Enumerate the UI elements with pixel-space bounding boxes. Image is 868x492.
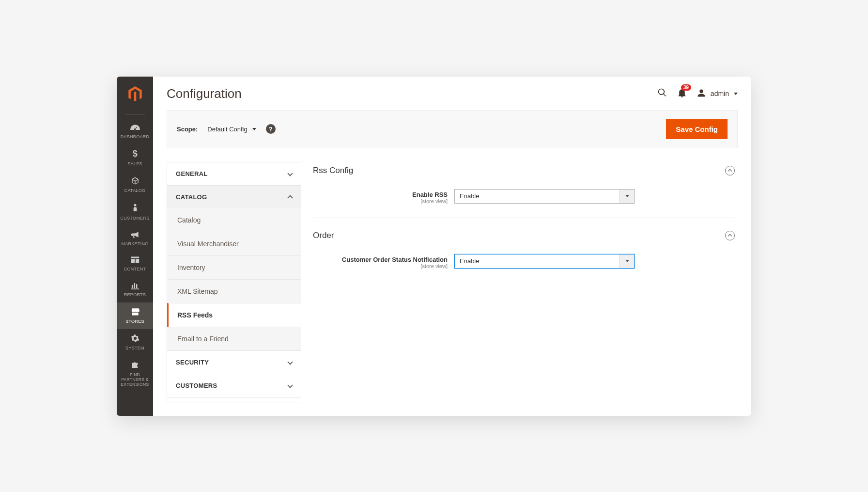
nav-section-security[interactable]: Security xyxy=(167,351,301,374)
bar-chart-icon xyxy=(131,282,140,290)
admin-sidebar: Dashboard $ Sales Catalog Customers Mark… xyxy=(117,77,153,416)
layout-icon xyxy=(131,256,140,265)
gear-icon xyxy=(131,334,140,344)
nav-subitem-visual-merchandiser[interactable]: Visual Merchandiser xyxy=(167,232,301,255)
dollar-icon: $ xyxy=(132,149,139,159)
sidebar-item-sales[interactable]: $ Sales xyxy=(117,144,153,172)
select-value: Enable xyxy=(455,254,620,268)
sidebar-item-dashboard[interactable]: Dashboard xyxy=(117,119,153,144)
magento-logo-icon[interactable] xyxy=(128,82,142,108)
notifications-count: 39 xyxy=(681,84,691,91)
sidebar-item-label: Sales xyxy=(127,161,142,167)
section-header-order[interactable]: Order xyxy=(313,227,735,250)
sidebar-item-content[interactable]: Content xyxy=(117,251,153,277)
box-icon xyxy=(131,176,140,186)
nav-section-label: Security xyxy=(176,359,209,366)
config-nav: General Catalog Catalog Visual Merchandi… xyxy=(167,162,301,402)
section-rss-config: Rss Config Enable RSS [store view] Enabl… xyxy=(313,162,735,218)
field-label: Enable RSS xyxy=(313,191,448,198)
sidebar-item-stores[interactable]: Stores xyxy=(117,302,153,329)
sidebar-item-label: Marketing xyxy=(121,241,148,247)
nav-subitem-email-friend[interactable]: Email to a Friend xyxy=(167,327,301,350)
nav-subitem-inventory[interactable]: Inventory xyxy=(167,255,301,279)
sidebar-item-label: Reports xyxy=(124,292,146,298)
order-status-notification-select[interactable]: Enable xyxy=(454,254,635,269)
sidebar-item-label: Find Partners & Extensions xyxy=(119,372,151,387)
search-icon[interactable] xyxy=(657,88,667,99)
field-scope: [store view] xyxy=(313,263,448,269)
scope-selector[interactable]: Default Config xyxy=(207,126,256,133)
gauge-icon xyxy=(130,124,140,132)
header-actions: 39 admin xyxy=(657,88,738,99)
nav-subitem-rss-feeds[interactable]: RSS Feeds xyxy=(167,303,301,327)
content-area: General Catalog Catalog Visual Merchandi… xyxy=(153,148,751,416)
nav-section-catalog-header[interactable]: Catalog xyxy=(167,186,301,208)
sidebar-item-label: System xyxy=(125,346,144,351)
select-value: Enable xyxy=(455,190,620,203)
nav-subitem-catalog[interactable]: Catalog xyxy=(167,208,301,232)
sidebar-item-customers[interactable]: Customers xyxy=(117,198,153,226)
chevron-up-icon xyxy=(287,195,293,200)
page-title: Configuration xyxy=(167,86,242,101)
sidebar-item-label: Customers xyxy=(120,216,149,221)
chevron-down-icon xyxy=(734,93,738,95)
sidebar-item-label: Catalog xyxy=(124,188,146,193)
section-header-rss[interactable]: Rss Config xyxy=(313,162,735,185)
user-menu[interactable]: admin xyxy=(697,89,738,99)
nav-section-customers[interactable]: Customers xyxy=(167,374,301,397)
nav-subitem-xml-sitemap[interactable]: XML Sitemap xyxy=(167,279,301,303)
enable-rss-select[interactable]: Enable xyxy=(454,189,635,204)
collapse-toggle-icon[interactable] xyxy=(725,231,735,240)
sidebar-item-partners[interactable]: Find Partners & Extensions xyxy=(117,356,153,392)
nav-section-label: General xyxy=(176,170,208,177)
sidebar-item-label: Dashboard xyxy=(121,134,150,140)
user-icon xyxy=(697,89,706,99)
scope-value: Default Config xyxy=(207,126,247,133)
section-title: Order xyxy=(313,231,334,240)
section-title: Rss Config xyxy=(313,166,353,175)
field-order-status-notification: Customer Order Status Notification [stor… xyxy=(313,254,735,269)
username: admin xyxy=(711,90,729,97)
help-icon[interactable]: ? xyxy=(266,124,276,134)
notifications-icon[interactable]: 39 xyxy=(678,88,686,99)
chevron-down-icon xyxy=(620,254,634,268)
app-window: Dashboard $ Sales Catalog Customers Mark… xyxy=(117,77,751,416)
field-scope: [store view] xyxy=(313,198,448,204)
page-header: Configuration 39 admin xyxy=(153,77,751,110)
megaphone-icon xyxy=(130,231,140,239)
nav-section-general[interactable]: General xyxy=(167,162,301,186)
nav-section-label: Catalog xyxy=(176,193,207,201)
svg-text:$: $ xyxy=(132,149,137,159)
nav-section-label: Customers xyxy=(176,382,217,389)
main-area: Configuration 39 admin xyxy=(153,77,751,416)
sidebar-item-catalog[interactable]: Catalog xyxy=(117,172,153,198)
field-enable-rss: Enable RSS [store view] Enable xyxy=(313,189,735,204)
chevron-down-icon xyxy=(620,190,634,203)
chevron-down-icon xyxy=(287,359,293,365)
sidebar-item-system[interactable]: System xyxy=(117,329,153,356)
nav-section-catalog: Catalog Catalog Visual Merchandiser Inve… xyxy=(167,186,301,351)
store-icon xyxy=(130,307,140,317)
config-main: Rss Config Enable RSS [store view] Enabl… xyxy=(313,162,738,402)
scope-bar: Scope: Default Config ? Save Config xyxy=(167,110,738,148)
scope-label: Scope: xyxy=(177,126,198,133)
chevron-down-icon xyxy=(287,171,293,176)
collapse-toggle-icon[interactable] xyxy=(725,166,735,175)
chevron-down-icon xyxy=(287,382,293,388)
sidebar-item-label: Content xyxy=(124,267,146,272)
field-label: Customer Order Status Notification xyxy=(313,256,448,263)
puzzle-icon xyxy=(131,361,140,370)
sidebar-divider xyxy=(125,114,145,115)
sidebar-item-marketing[interactable]: Marketing xyxy=(117,226,153,252)
save-config-button[interactable]: Save Config xyxy=(666,119,728,139)
person-icon xyxy=(132,203,139,214)
chevron-down-icon xyxy=(252,128,256,130)
sidebar-item-reports[interactable]: Reports xyxy=(117,277,153,302)
section-order: Order Customer Order Status Notification… xyxy=(313,227,735,283)
sidebar-item-label: Stores xyxy=(125,319,144,324)
